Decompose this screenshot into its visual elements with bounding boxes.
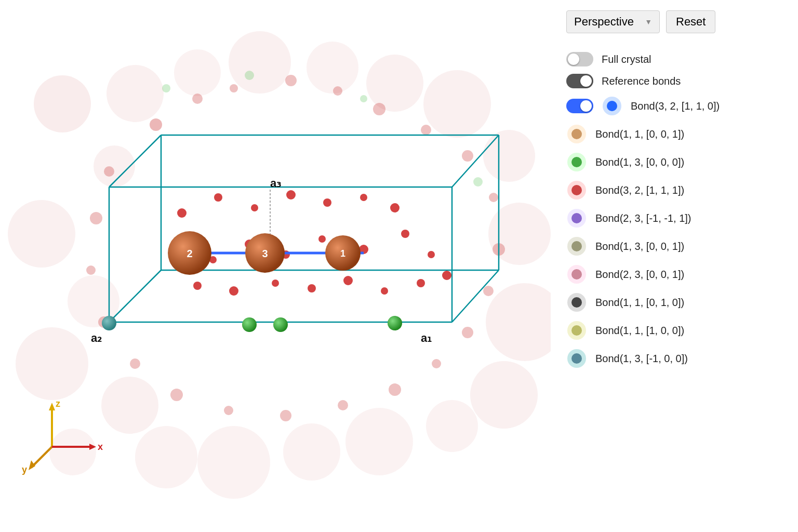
corner-atom-a1 [388,316,402,330]
a2-label: a₂ [91,331,102,344]
bg-small-atom [483,286,494,296]
z-axis-arrow [49,403,55,410]
bg-atom [345,408,413,475]
inner-red-atom [251,204,258,211]
bond-icon-3-2-111 [566,180,587,201]
corner-atom-mid [242,317,257,332]
bond-icon-1-1-010 [566,292,587,313]
bond-1-1-100-label: Bond(1, 1, [1, 0, 0]) [595,325,684,337]
bg-small-atom [90,212,102,224]
inner-red-atom [390,203,400,212]
bg-small-atom [170,389,183,401]
inner-red-atom [417,279,425,287]
legend-list: Full crystal Reference bonds Bond(3, 2, … [566,49,782,372]
full-crystal-label: Full crystal [602,54,651,65]
svg-point-24 [571,241,582,251]
bond-3-2-111-label: Bond(3, 2, [1, 1, 1]) [595,184,684,196]
legend-item-bond-1-1-100: Bond(1, 1, [1, 0, 0]) [566,317,782,344]
bg-atom [426,400,478,452]
svg-point-26 [571,269,582,280]
atom-1-label: 1 [340,248,345,259]
a1-label: a₁ [421,331,432,344]
legend-item-reference-bonds: Reference bonds [566,71,782,91]
reset-button[interactable]: Reset [666,10,715,33]
svg-point-20 [571,185,582,195]
bg-small-atom [86,265,96,275]
right-panel: Perspective ▼ Reset Full crystal Referen… [551,0,798,532]
bg-green-atom [473,177,483,187]
bond-icon-1-3-001 [566,236,587,257]
bond-1-1-010-label: Bond(1, 1, [0, 1, 0]) [595,297,684,309]
z-axis-label: z [56,398,60,409]
inner-red-atom [343,276,353,285]
inner-red-atom [360,194,367,201]
bg-small-atom [224,406,233,415]
bg-small-atom [192,94,203,104]
bg-small-atom [373,103,385,115]
bg-atom [16,327,88,400]
bg-small-atom [338,400,348,410]
inner-red-atom [286,190,296,200]
unit-cell [109,135,499,322]
bg-atom [366,55,423,112]
bond-icon-1-1-001 [566,124,587,144]
bg-small-atom [462,327,473,338]
legend-item-bond-3-2-110: Bond(3, 2, [1, 1, 0]) [566,92,782,119]
legend-item-bond-1-1-001: Bond(1, 1, [0, 0, 1]) [566,121,782,148]
bg-atom [307,42,358,94]
bg-small-atom [285,75,297,86]
toggle-reference-bonds[interactable] [566,74,593,88]
bond-1-3-000-label: Bond(1, 3, [0, 0, 0]) [595,156,684,168]
inner-red-atom [318,235,326,243]
top-controls: Perspective ▼ Reset [566,10,782,33]
bg-atom [174,49,221,96]
bond-icon-2-3-m1m11 [566,208,587,229]
legend-item-bond-1-3-001: Bond(1, 3, [0, 0, 1]) [566,233,782,260]
bond-2-3-m1m11-label: Bond(2, 3, [-1, -1, 1]) [595,212,691,224]
legend-item-bond-2-3-001: Bond(2, 3, [0, 0, 1]) [566,261,782,288]
bond-2-3-001-label: Bond(2, 3, [0, 0, 1]) [595,269,684,281]
svg-point-32 [571,353,582,364]
legend-item-bond-1-3-m100: Bond(1, 3, [-1, 0, 0]) [566,345,782,372]
bond-1-1-001-label: Bond(1, 1, [0, 0, 1]) [595,128,684,140]
bond-icon-1-3-m100 [566,348,587,369]
bg-atom [107,65,164,122]
legend-item-bond-2-3-m1m11: Bond(2, 3, [-1, -1, 1]) [566,205,782,232]
bg-atom [49,429,96,475]
bg-small-atom [280,410,291,421]
legend-item-full-crystal: Full crystal [566,49,782,70]
svg-point-28 [571,297,582,308]
bond-1-3-m100-label: Bond(1, 3, [-1, 0, 0]) [595,353,688,365]
perspective-dropdown[interactable]: Perspective ▼ [566,10,660,33]
bg-small-atom [421,125,431,135]
svg-point-30 [571,325,582,336]
atom-2-label: 2 [187,248,192,259]
bg-small-atom [389,383,401,396]
bg-atom [34,75,91,132]
bg-small-atom [130,358,140,369]
bg-small-atom [462,150,473,162]
bond-1-3-001-label: Bond(1, 3, [0, 0, 1]) [595,241,684,252]
toggle-full-crystal[interactable] [566,52,593,66]
bg-atom [229,31,291,94]
bg-atom [135,426,197,488]
toggle-bond-3-2-110[interactable] [566,99,593,113]
bg-small-atom [150,118,162,131]
bond-icon-3-2-110 [602,96,622,116]
corner-atom-a2 [102,316,116,330]
svg-point-22 [571,213,582,223]
bg-small-atom [230,84,238,92]
inner-red-atom [442,271,451,280]
bg-atom [8,200,75,268]
bg-atom [486,283,551,361]
inner-red-atom [193,282,202,290]
svg-point-18 [571,157,582,167]
inner-red-atom [323,198,331,207]
y-axis-line [31,447,52,468]
bg-atom [483,130,535,182]
bg-small-atom [333,86,342,96]
y-axis-label: y [22,464,27,475]
inner-red-atom [381,287,388,295]
inner-red-atom [177,208,187,218]
bg-atom [94,145,135,187]
